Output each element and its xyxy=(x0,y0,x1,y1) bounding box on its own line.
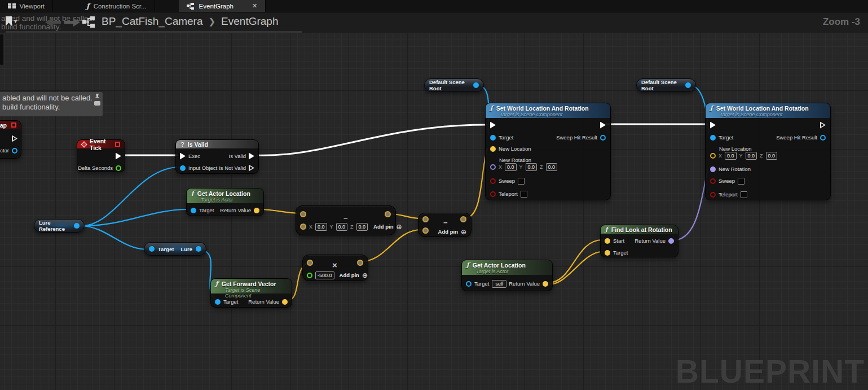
breadcrumb-graph[interactable]: EventGraph xyxy=(221,15,278,28)
tab-eventgraph[interactable]: EventGraph ✕ xyxy=(179,0,266,12)
exec-in-pin[interactable] xyxy=(490,122,496,129)
breadcrumb-blueprint[interactable]: BP_CatFish_Camera xyxy=(102,15,203,28)
add-pin-icon[interactable]: ⊕ xyxy=(396,223,402,231)
sweep-pin[interactable] xyxy=(490,178,496,184)
input-b-pin[interactable] xyxy=(422,227,429,234)
value-out-pin[interactable] xyxy=(685,82,691,88)
node-subtract[interactable]: − Add pin ⊕ xyxy=(418,213,472,237)
is-valid-exec-pin[interactable] xyxy=(249,153,254,160)
x-field[interactable]: 0.0 xyxy=(725,152,737,160)
back-button[interactable] xyxy=(45,18,61,27)
teleport-checkbox[interactable] xyxy=(521,191,527,198)
tab-viewport[interactable]: Viewport xyxy=(0,0,53,12)
z-field[interactable]: 0.0 xyxy=(766,152,778,160)
function-icon: ƒ xyxy=(86,2,90,10)
sweep-hit-result-pin[interactable] xyxy=(600,135,606,141)
graph-canvas[interactable]: abled and will not be called. build func… xyxy=(0,33,868,390)
exec-out-pin[interactable] xyxy=(116,153,121,160)
target-pin[interactable] xyxy=(710,135,716,141)
node-get-lure[interactable]: Target Lure xyxy=(144,242,206,256)
node-lure-reference[interactable]: Lure Reference xyxy=(34,219,85,233)
node-default-scene-root-1[interactable]: Default Scene Root xyxy=(424,78,484,92)
input-a-pin[interactable] xyxy=(307,260,313,266)
node-set-world-location-rotation-1[interactable]: ƒ Set World Location And Rotation Target… xyxy=(485,103,611,200)
add-pin-icon[interactable]: ⊕ xyxy=(362,271,368,279)
sweep-hit-result-pin[interactable] xyxy=(820,135,826,141)
node-find-look-at-rotation[interactable]: ƒ Find Look at Rotation Start Target Ret… xyxy=(600,225,678,257)
new-rotation-pin[interactable] xyxy=(490,164,496,170)
return-value-pin[interactable] xyxy=(282,299,288,305)
teleport-checkbox[interactable] xyxy=(741,191,747,198)
wire-exec-isvalid-setlocrot1 xyxy=(257,125,487,155)
target-pin[interactable] xyxy=(215,299,221,305)
bookmark-button[interactable]: ▾ xyxy=(6,16,17,26)
node-is-valid[interactable]: ? Is Valid Exec Input Object Is Valid Is… xyxy=(175,139,259,174)
return-value-pin[interactable] xyxy=(254,208,259,213)
node-get-actor-location-1[interactable]: ƒ Get Actor Location Target is Actor Tar… xyxy=(186,188,264,216)
value-out-pin[interactable] xyxy=(473,82,479,88)
exec-out-pin[interactable] xyxy=(12,135,17,142)
sweep-checkbox[interactable] xyxy=(738,178,744,185)
exec-in-pin[interactable] xyxy=(710,122,716,129)
input-b-pin[interactable] xyxy=(300,224,306,230)
y-field[interactable]: 0.0 xyxy=(336,223,348,231)
z-field[interactable]: 0.0 xyxy=(546,163,558,171)
output-pin[interactable] xyxy=(385,211,391,217)
node-default-scene-root-2[interactable]: Default Scene Root xyxy=(636,78,696,92)
new-location-pin[interactable] xyxy=(710,153,716,159)
node-get-actor-location-2[interactable]: ƒ Get Actor Location Target is Actor Tar… xyxy=(461,260,553,291)
add-pin-label[interactable]: Add pin xyxy=(438,229,458,235)
node-get-forward-vector[interactable]: ƒ Get Forward Vector Target is Scene Com… xyxy=(210,278,292,308)
forward-button[interactable] xyxy=(64,18,80,27)
node-set-world-location-rotation-2[interactable]: ƒ Set World Location And Rotation Target… xyxy=(705,103,831,200)
teleport-pin[interactable] xyxy=(710,192,716,198)
tab-construction-script[interactable]: ƒ Construction Scr... xyxy=(78,0,155,12)
exec-out-pin[interactable] xyxy=(820,122,826,129)
target-pin[interactable] xyxy=(191,208,196,213)
add-pin-icon[interactable]: ⊕ xyxy=(461,228,466,236)
start-pin[interactable] xyxy=(605,238,610,244)
input-a-pin[interactable] xyxy=(300,211,306,217)
lure-out-pin[interactable] xyxy=(196,246,201,252)
sweep-pin[interactable] xyxy=(710,178,716,184)
target-pin[interactable] xyxy=(490,135,496,141)
y-field[interactable]: 0.0 xyxy=(526,163,537,171)
pin-label: Target xyxy=(719,134,733,141)
value-out-pin[interactable] xyxy=(74,223,80,229)
input-b-pin[interactable] xyxy=(307,273,312,278)
target-pin[interactable] xyxy=(466,281,472,287)
exec-in-pin[interactable] xyxy=(180,153,186,160)
add-pin-label[interactable]: Add pin xyxy=(340,272,359,278)
return-value-pin[interactable] xyxy=(543,281,548,287)
teleport-pin[interactable] xyxy=(490,191,496,197)
node-actor-overlap-partial[interactable]: rlap ctor xyxy=(0,120,21,159)
value-field[interactable]: -500.0 xyxy=(315,271,334,279)
y-field[interactable]: 0.0 xyxy=(746,152,757,160)
x-field[interactable]: 0.0 xyxy=(315,223,327,231)
sweep-checkbox[interactable] xyxy=(518,178,525,185)
z-field[interactable]: 0.0 xyxy=(356,223,368,231)
close-tab-icon[interactable]: ✕ xyxy=(252,2,257,10)
thumbtack-icon[interactable] xyxy=(95,94,100,99)
return-value-pin[interactable] xyxy=(668,238,674,244)
output-pin[interactable] xyxy=(357,260,363,266)
scrollbar[interactable] xyxy=(6,31,302,33)
node-event-tick[interactable]: Event Tick Delta Seconds xyxy=(77,139,125,172)
input-object-pin[interactable] xyxy=(180,165,186,171)
exec-out-pin[interactable] xyxy=(600,122,606,129)
target-pin[interactable] xyxy=(149,246,155,252)
wire-lureref-isvalid xyxy=(81,167,180,226)
is-not-valid-exec-pin[interactable] xyxy=(249,165,254,172)
add-pin-label[interactable]: Add pin xyxy=(373,224,393,230)
output-pin[interactable] xyxy=(460,216,466,222)
other-actor-pin[interactable] xyxy=(12,148,17,154)
x-field[interactable]: 0.0 xyxy=(505,163,517,171)
new-location-pin[interactable] xyxy=(490,146,496,152)
node-vector-subtract[interactable]: − X 0.0 Y 0.0 Z 0.0 Add pin ⊕ xyxy=(296,205,396,235)
node-multiply[interactable]: × -500.0 Add pin ⊕ xyxy=(302,255,368,281)
input-a-pin[interactable] xyxy=(422,216,429,222)
new-rotation-pin[interactable] xyxy=(710,166,716,172)
target-pin[interactable] xyxy=(605,250,610,256)
delta-seconds-pin[interactable] xyxy=(116,165,121,171)
self-field[interactable]: self xyxy=(492,280,506,288)
